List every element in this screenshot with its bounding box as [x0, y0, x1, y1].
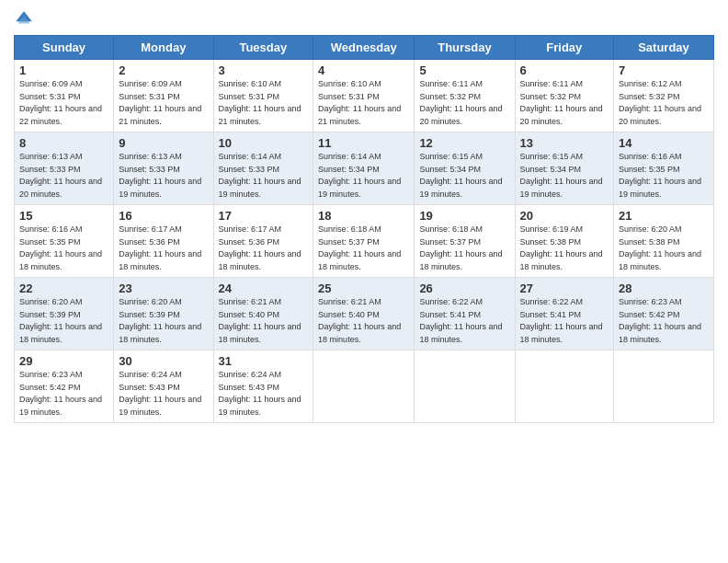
calendar-cell: 12Sunrise: 6:15 AMSunset: 5:34 PMDayligh…: [415, 132, 515, 205]
day-number: 4: [318, 63, 409, 77]
day-number: 6: [520, 63, 609, 77]
calendar-cell: 4Sunrise: 6:10 AMSunset: 5:31 PMDaylight…: [313, 60, 415, 132]
day-detail: Sunrise: 6:10 AMSunset: 5:31 PMDaylight:…: [318, 78, 409, 128]
calendar-week-5: 29Sunrise: 6:23 AMSunset: 5:42 PMDayligh…: [15, 350, 714, 423]
calendar-cell: 15Sunrise: 6:16 AMSunset: 5:35 PMDayligh…: [15, 205, 114, 278]
day-detail: Sunrise: 6:10 AMSunset: 5:31 PMDaylight:…: [219, 78, 309, 128]
day-number: 3: [219, 63, 309, 77]
day-number: 5: [419, 63, 509, 77]
calendar-cell: 8Sunrise: 6:13 AMSunset: 5:33 PMDaylight…: [15, 132, 114, 205]
day-detail: Sunrise: 6:24 AMSunset: 5:43 PMDaylight:…: [119, 369, 208, 419]
calendar-week-3: 15Sunrise: 6:16 AMSunset: 5:35 PMDayligh…: [15, 205, 714, 278]
day-detail: Sunrise: 6:14 AMSunset: 5:33 PMDaylight:…: [219, 151, 309, 201]
day-number: 9: [119, 136, 208, 150]
day-header-thursday: Thursday: [415, 36, 515, 60]
day-number: 8: [19, 136, 108, 150]
day-header-wednesday: Wednesday: [313, 36, 415, 60]
calendar-cell: 3Sunrise: 6:10 AMSunset: 5:31 PMDaylight…: [213, 60, 313, 132]
day-header-saturday: Saturday: [614, 36, 714, 60]
day-detail: Sunrise: 6:11 AMSunset: 5:32 PMDaylight:…: [520, 78, 609, 128]
calendar-cell: 11Sunrise: 6:14 AMSunset: 5:34 PMDayligh…: [313, 132, 415, 205]
calendar-cell: 5Sunrise: 6:11 AMSunset: 5:32 PMDaylight…: [415, 60, 515, 132]
calendar-cell: 10Sunrise: 6:14 AMSunset: 5:33 PMDayligh…: [213, 132, 313, 205]
calendar-cell: 9Sunrise: 6:13 AMSunset: 5:33 PMDaylight…: [114, 132, 213, 205]
day-detail: Sunrise: 6:22 AMSunset: 5:41 PMDaylight:…: [520, 296, 609, 346]
day-number: 15: [19, 209, 108, 223]
calendar-cell: 27Sunrise: 6:22 AMSunset: 5:41 PMDayligh…: [515, 278, 614, 350]
day-detail: Sunrise: 6:21 AMSunset: 5:40 PMDaylight:…: [318, 296, 409, 346]
day-detail: Sunrise: 6:11 AMSunset: 5:32 PMDaylight:…: [419, 78, 509, 128]
calendar-cell: 29Sunrise: 6:23 AMSunset: 5:42 PMDayligh…: [15, 350, 114, 423]
day-number: 7: [619, 63, 709, 77]
calendar-cell: 22Sunrise: 6:20 AMSunset: 5:39 PMDayligh…: [15, 278, 114, 350]
day-detail: Sunrise: 6:20 AMSunset: 5:39 PMDaylight:…: [19, 296, 108, 346]
day-detail: Sunrise: 6:21 AMSunset: 5:40 PMDaylight:…: [219, 296, 309, 346]
day-detail: Sunrise: 6:13 AMSunset: 5:33 PMDaylight:…: [119, 151, 208, 201]
day-header-tuesday: Tuesday: [213, 36, 313, 60]
day-detail: Sunrise: 6:15 AMSunset: 5:34 PMDaylight:…: [520, 151, 609, 201]
calendar-cell: 14Sunrise: 6:16 AMSunset: 5:35 PMDayligh…: [614, 132, 714, 205]
logo-icon: [14, 9, 34, 29]
day-number: 14: [619, 136, 709, 150]
day-number: 13: [520, 136, 609, 150]
day-detail: Sunrise: 6:22 AMSunset: 5:41 PMDaylight:…: [419, 296, 509, 346]
day-header-monday: Monday: [114, 36, 213, 60]
calendar-cell: 25Sunrise: 6:21 AMSunset: 5:40 PMDayligh…: [313, 278, 415, 350]
calendar-cell: 1Sunrise: 6:09 AMSunset: 5:31 PMDaylight…: [15, 60, 114, 132]
day-number: 26: [419, 282, 509, 295]
calendar-cell: 18Sunrise: 6:18 AMSunset: 5:37 PMDayligh…: [313, 205, 415, 278]
day-header-friday: Friday: [515, 36, 614, 60]
day-detail: Sunrise: 6:24 AMSunset: 5:43 PMDaylight:…: [219, 369, 309, 419]
day-number: 18: [318, 209, 409, 223]
day-number: 11: [318, 136, 409, 150]
calendar-week-2: 8Sunrise: 6:13 AMSunset: 5:33 PMDaylight…: [15, 132, 714, 205]
day-detail: Sunrise: 6:16 AMSunset: 5:35 PMDaylight:…: [619, 151, 709, 201]
day-number: 2: [119, 63, 208, 77]
calendar-cell: 21Sunrise: 6:20 AMSunset: 5:38 PMDayligh…: [614, 205, 714, 278]
day-number: 12: [419, 136, 509, 150]
calendar-cell: 16Sunrise: 6:17 AMSunset: 5:36 PMDayligh…: [114, 205, 213, 278]
logo: [14, 9, 36, 29]
day-detail: Sunrise: 6:14 AMSunset: 5:34 PMDaylight:…: [318, 151, 409, 201]
day-number: 17: [219, 209, 309, 223]
calendar-cell: 28Sunrise: 6:23 AMSunset: 5:42 PMDayligh…: [614, 278, 714, 350]
day-detail: Sunrise: 6:16 AMSunset: 5:35 PMDaylight:…: [19, 224, 108, 273]
day-number: 10: [219, 136, 309, 150]
day-detail: Sunrise: 6:17 AMSunset: 5:36 PMDaylight:…: [119, 224, 208, 273]
calendar-header-row: SundayMondayTuesdayWednesdayThursdayFrid…: [15, 36, 714, 60]
day-detail: Sunrise: 6:09 AMSunset: 5:31 PMDaylight:…: [119, 78, 208, 128]
day-number: 1: [19, 63, 108, 77]
calendar-week-1: 1Sunrise: 6:09 AMSunset: 5:31 PMDaylight…: [15, 60, 714, 132]
day-detail: Sunrise: 6:09 AMSunset: 5:31 PMDaylight:…: [19, 78, 108, 128]
day-number: 19: [419, 209, 509, 223]
day-detail: Sunrise: 6:17 AMSunset: 5:36 PMDaylight:…: [219, 224, 309, 273]
calendar-cell: [614, 350, 714, 423]
calendar-cell: 13Sunrise: 6:15 AMSunset: 5:34 PMDayligh…: [515, 132, 614, 205]
calendar-cell: 26Sunrise: 6:22 AMSunset: 5:41 PMDayligh…: [415, 278, 515, 350]
day-number: 29: [19, 354, 108, 368]
day-number: 24: [219, 282, 309, 295]
calendar-cell: 2Sunrise: 6:09 AMSunset: 5:31 PMDaylight…: [114, 60, 213, 132]
day-number: 23: [119, 282, 208, 295]
day-header-sunday: Sunday: [15, 36, 114, 60]
day-number: 25: [318, 282, 409, 295]
calendar-cell: 7Sunrise: 6:12 AMSunset: 5:32 PMDaylight…: [614, 60, 714, 132]
calendar-week-4: 22Sunrise: 6:20 AMSunset: 5:39 PMDayligh…: [15, 278, 714, 350]
day-detail: Sunrise: 6:12 AMSunset: 5:32 PMDaylight:…: [619, 78, 709, 128]
day-detail: Sunrise: 6:19 AMSunset: 5:38 PMDaylight:…: [520, 224, 609, 273]
day-number: 27: [520, 282, 609, 295]
calendar-cell: 17Sunrise: 6:17 AMSunset: 5:36 PMDayligh…: [213, 205, 313, 278]
day-detail: Sunrise: 6:15 AMSunset: 5:34 PMDaylight:…: [419, 151, 509, 201]
day-number: 16: [119, 209, 208, 223]
calendar-cell: 24Sunrise: 6:21 AMSunset: 5:40 PMDayligh…: [213, 278, 313, 350]
day-number: 21: [619, 209, 709, 223]
day-number: 28: [619, 282, 709, 295]
calendar-cell: 31Sunrise: 6:24 AMSunset: 5:43 PMDayligh…: [213, 350, 313, 423]
day-detail: Sunrise: 6:18 AMSunset: 5:37 PMDaylight:…: [318, 224, 409, 273]
calendar-cell: 20Sunrise: 6:19 AMSunset: 5:38 PMDayligh…: [515, 205, 614, 278]
day-number: 20: [520, 209, 609, 223]
calendar-table: SundayMondayTuesdayWednesdayThursdayFrid…: [14, 35, 714, 423]
calendar-cell: 19Sunrise: 6:18 AMSunset: 5:37 PMDayligh…: [415, 205, 515, 278]
calendar-cell: [415, 350, 515, 423]
calendar-cell: 23Sunrise: 6:20 AMSunset: 5:39 PMDayligh…: [114, 278, 213, 350]
